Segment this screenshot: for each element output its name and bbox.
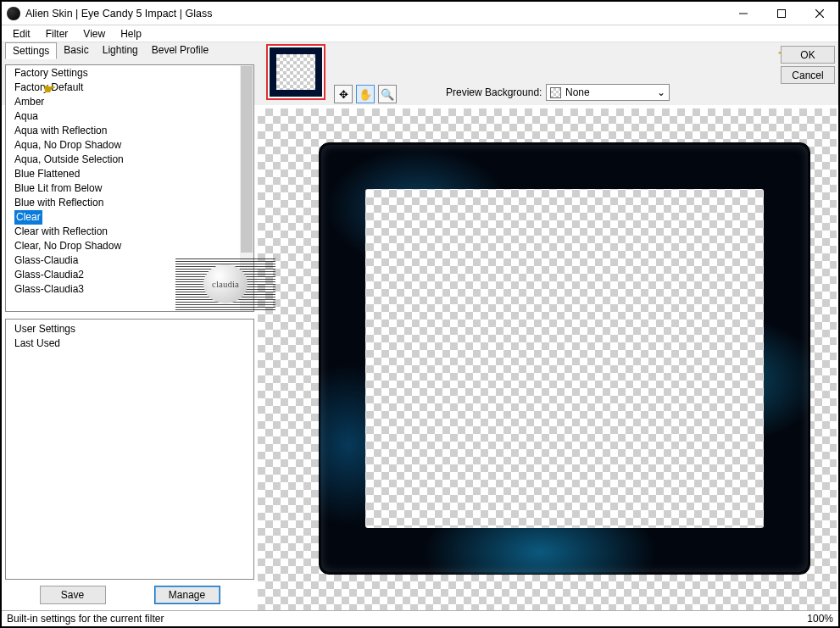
user-settings-header: User Settings (6, 321, 253, 336)
list-item[interactable]: Aqua with Reflection (6, 124, 240, 138)
tab-settings[interactable]: Settings (5, 42, 57, 59)
settings-panel: Factory Settings Factory Default Amber A… (5, 64, 254, 610)
move-tool-icon[interactable]: ✥ (334, 85, 353, 103)
hand-tool-icon[interactable]: ✋ (356, 85, 375, 103)
svg-rect-1 (777, 9, 785, 17)
menu-edit[interactable]: Edit (5, 26, 38, 42)
close-button[interactable] (800, 2, 838, 25)
list-item[interactable]: Aqua, Outside Selection (6, 153, 240, 167)
menu-help[interactable]: Help (113, 26, 149, 42)
menu-filter[interactable]: Filter (38, 26, 76, 42)
user-settings-list[interactable]: User Settings Last Used (5, 319, 254, 580)
title-bar: Alien Skin | Eye Candy 5 Impact | Glass (2, 2, 838, 25)
status-message: Built-in settings for the current filter (7, 613, 164, 625)
list-item[interactable]: Clear (6, 210, 240, 225)
transparency-swatch-icon (550, 87, 561, 98)
pointer-hand-icon: ☛ (43, 81, 56, 98)
factory-settings-header: Factory Settings (6, 65, 240, 81)
list-item[interactable]: Blue with Reflection (6, 196, 240, 210)
tab-basic[interactable]: Basic (57, 42, 95, 59)
list-item[interactable]: Clear with Reflection (6, 225, 240, 239)
list-item[interactable]: Clear, No Drop Shadow (6, 239, 240, 253)
list-item[interactable]: Amber (6, 95, 240, 109)
cancel-button[interactable]: Cancel (781, 66, 835, 84)
tab-bevel-profile[interactable]: Bevel Profile (145, 42, 215, 59)
preview-thumbnail[interactable] (266, 44, 325, 100)
zoom-tool-icon[interactable]: 🔍 (378, 85, 397, 103)
ok-button[interactable]: OK (781, 46, 835, 64)
list-item[interactable]: Aqua (6, 109, 240, 124)
minimize-button[interactable] (724, 2, 762, 25)
preview-canvas[interactable] (258, 108, 837, 610)
list-item[interactable]: Aqua, No Drop Shadow (6, 138, 240, 153)
menu-view[interactable]: View (75, 26, 113, 42)
window-title: Alien Skin | Eye Candy 5 Impact | Glass (25, 8, 212, 19)
list-item[interactable]: Factory Default (6, 81, 240, 95)
menu-bar: Edit Filter View Help (2, 25, 838, 42)
manage-button[interactable]: Manage (154, 586, 220, 604)
zoom-level: 100% (807, 613, 833, 625)
chevron-down-icon: ⌄ (657, 86, 665, 98)
status-bar: Built-in settings for the current filter… (2, 610, 838, 626)
save-button[interactable]: Save (40, 586, 106, 604)
preview-bg-value: None (565, 86, 590, 98)
tab-bar: Settings Basic Lighting Bevel Profile (2, 42, 838, 59)
tab-lighting[interactable]: Lighting (96, 42, 145, 59)
watermark: claudia (175, 258, 275, 310)
preview-bg-select[interactable]: None ⌄ (546, 84, 670, 101)
list-item[interactable]: Blue Flattened (6, 167, 240, 181)
glass-effect-preview (319, 142, 810, 575)
watermark-text: claudia (203, 264, 248, 303)
app-icon (7, 7, 20, 20)
list-item[interactable]: Last Used (6, 336, 253, 351)
list-item[interactable]: Blue Lit from Below (6, 181, 240, 196)
preview-bg-label: Preview Background: (446, 86, 542, 98)
maximize-button[interactable] (762, 2, 800, 25)
